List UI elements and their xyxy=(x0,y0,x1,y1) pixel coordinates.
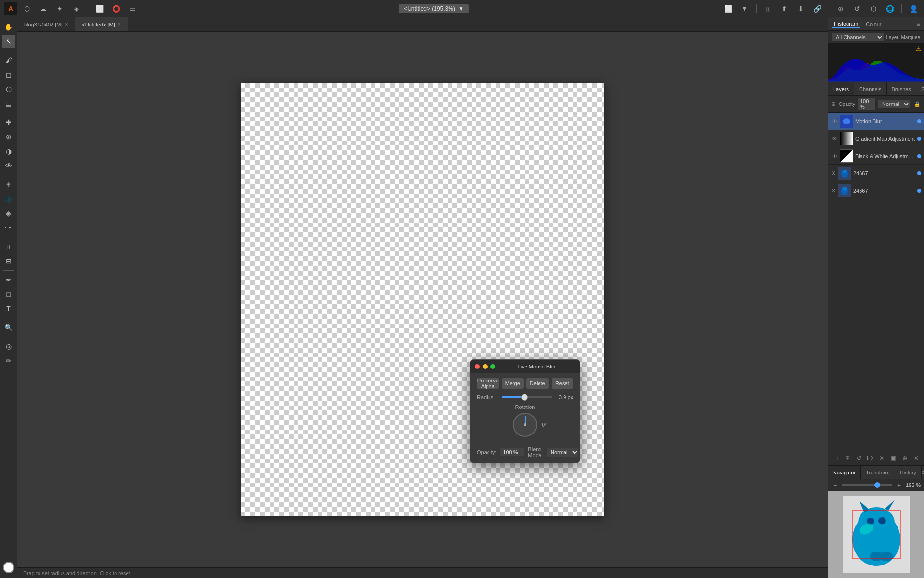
share-icon[interactable]: ⬡ xyxy=(867,2,880,15)
radius-slider[interactable] xyxy=(502,396,552,398)
layer-item-gradient-map[interactable]: 👁 Gradient Map Adjustment xyxy=(828,130,924,147)
view-mode-icon[interactable]: ⬜ xyxy=(721,2,735,15)
tab-history[interactable]: History xyxy=(895,466,922,479)
merge-button[interactable]: Merge xyxy=(502,378,524,389)
straighten-tool-btn[interactable]: ⊟ xyxy=(2,254,15,268)
menu-icon-1[interactable]: ⬡ xyxy=(20,2,34,15)
import-icon[interactable]: ⬇ xyxy=(794,2,808,15)
zoom-tool-btn[interactable]: 🔍 xyxy=(2,321,15,334)
fill-tool-btn[interactable]: ⬡ xyxy=(2,82,15,96)
add-adjustment-btn[interactable]: ⊞ xyxy=(843,453,852,463)
delete-button[interactable]: Delete xyxy=(526,378,549,389)
layer-item-24667-1[interactable]: ✕ 24667 xyxy=(828,165,924,182)
tab-channels[interactable]: Channels xyxy=(854,82,886,95)
publish-icon[interactable]: ⊞ xyxy=(761,2,775,15)
patch-tool-btn[interactable]: ◑ xyxy=(2,144,15,158)
menu-icon-2[interactable]: ☁ xyxy=(37,2,50,15)
select-rect-icon[interactable]: ⬜ xyxy=(93,2,106,15)
navigator-menu-icon[interactable]: ≡ xyxy=(922,469,924,476)
gradient-tool-btn[interactable]: ▦ xyxy=(2,97,15,110)
layer-item-motion-blur[interactable]: 👁 Motion Blur xyxy=(828,113,924,130)
dialog-opacity-input[interactable] xyxy=(500,448,524,456)
delete-layer-btn[interactable]: ✕ xyxy=(877,453,887,463)
browser-icon[interactable]: 🌐 xyxy=(883,2,897,15)
select-freehand-icon[interactable]: ▭ xyxy=(126,2,139,15)
menu-icon-4[interactable]: ◈ xyxy=(69,2,83,15)
tab-marquee-label[interactable]: Marquee xyxy=(901,35,920,40)
histogram-menu-icon[interactable]: ≡ xyxy=(917,21,920,27)
view-dropdown-icon[interactable]: ▼ xyxy=(738,2,751,15)
layer-item-24667-2[interactable]: ✕ 24667 xyxy=(828,182,924,199)
grid-btn[interactable]: ▣ xyxy=(888,453,898,463)
color-swatch-fg[interactable] xyxy=(3,562,14,573)
tab-colour[interactable]: Colour xyxy=(864,20,883,28)
tab-layers[interactable]: Layers xyxy=(828,82,854,95)
tab-transform[interactable]: Transform xyxy=(861,466,895,479)
fx-btn[interactable]: FX xyxy=(866,453,875,463)
zoom-slider[interactable] xyxy=(842,484,892,486)
crop-tool-btn[interactable]: ⌗ xyxy=(2,240,15,253)
sample-tool-btn[interactable]: ◎ xyxy=(2,340,15,353)
add-effect-btn[interactable]: ↺ xyxy=(854,453,864,463)
opacity-value[interactable]: 100 % xyxy=(858,98,875,110)
tab-untitled[interactable]: <Untitled> [M] × xyxy=(75,17,128,31)
hand-tool-btn[interactable]: ✋ xyxy=(2,20,15,34)
export-icon[interactable]: ⬆ xyxy=(778,2,791,15)
paintbrush-tool-btn[interactable]: 🖌 xyxy=(2,53,15,67)
layer-name-motion-blur: Motion Blur xyxy=(855,118,915,124)
dialog-minimize-dot[interactable] xyxy=(483,364,488,369)
burn-tool-btn[interactable]: 🌑 xyxy=(2,192,15,206)
select-tool-btn[interactable]: ↖ xyxy=(2,35,15,48)
clone-tool-btn[interactable]: ⊕ xyxy=(2,130,15,144)
svg-point-45 xyxy=(879,552,893,561)
layer-dot-24667-2 xyxy=(917,189,921,193)
tool-sep-3 xyxy=(3,175,14,175)
pen-tool-btn[interactable]: ✒ xyxy=(2,273,15,287)
sharpen-tool-btn[interactable]: ◈ xyxy=(2,207,15,220)
history-icon[interactable]: ↺ xyxy=(850,2,864,15)
layer-item-bw-adjustment[interactable]: 👁 Black & White Adjustment xyxy=(828,147,924,165)
new-layer-btn[interactable]: ⊕ xyxy=(900,453,910,463)
eraser-tool-btn[interactable]: ◻ xyxy=(2,68,15,81)
preserve-alpha-button[interactable]: Preserve Alpha xyxy=(477,378,499,389)
tab-layer-label[interactable]: Layer xyxy=(886,35,898,40)
title-dropdown[interactable]: <Untitled> (195.3%) ▼ xyxy=(399,4,469,13)
zoom-minus-btn[interactable]: − xyxy=(831,481,839,489)
add-pixel-btn[interactable]: □ xyxy=(831,453,841,463)
tab-blog01-close[interactable]: × xyxy=(65,22,68,27)
tab-brushes[interactable]: Brushes xyxy=(887,82,916,95)
link-icon[interactable]: 🔗 xyxy=(810,2,824,15)
tab-stock[interactable]: Stock xyxy=(916,82,924,95)
tab-navigator[interactable]: Navigator xyxy=(828,466,861,479)
menu-icon-3[interactable]: ✦ xyxy=(53,2,66,15)
tab-histogram[interactable]: Histogram xyxy=(832,20,860,28)
dodge-tool-btn[interactable]: ☀ xyxy=(2,178,15,191)
reset-button[interactable]: Reset xyxy=(552,378,574,389)
healing-tool-btn[interactable]: ✚ xyxy=(2,116,15,129)
canvas-viewport[interactable]: Live Motion Blur Preserve Alpha Merge De… xyxy=(17,32,828,567)
text-tool-btn[interactable]: T xyxy=(2,302,15,315)
user-icon[interactable]: 👤 xyxy=(907,2,920,15)
smudge-tool-btn[interactable]: 〰 xyxy=(2,221,15,235)
close-layer-btn[interactable]: ✕ xyxy=(911,453,921,463)
red-eye-tool-btn[interactable]: 👁 xyxy=(2,159,15,172)
lock-icon[interactable]: 🔒 xyxy=(913,100,922,108)
blend-mode-select[interactable]: Normal Multiply Screen Overlay xyxy=(878,100,910,108)
dialog-blend-select[interactable]: Normal Multiply Screen xyxy=(547,448,578,457)
channel-select[interactable]: All Channels xyxy=(832,33,884,41)
histogram-tab-bar: Histogram Colour ≡ xyxy=(828,17,924,31)
app-logo[interactable]: A xyxy=(4,2,17,15)
tab-untitled-close[interactable]: × xyxy=(118,22,121,27)
layer-vis-motion-blur[interactable]: 👁 xyxy=(831,118,838,125)
dialog-close-dot[interactable] xyxy=(475,364,480,369)
rotation-circle[interactable]: 0° xyxy=(513,413,537,437)
dialog-maximize-dot[interactable] xyxy=(490,364,495,369)
layer-vis-bw[interactable]: 👁 xyxy=(831,153,838,159)
select-ellipse-icon[interactable]: ⭕ xyxy=(109,2,123,15)
layer-vis-gradient-map[interactable]: 👁 xyxy=(831,135,838,142)
record-icon[interactable]: ⊕ xyxy=(834,2,847,15)
tab-blog01[interactable]: blog31-0402 [M] × xyxy=(17,17,75,31)
eyedropper-tool-btn[interactable]: ✏ xyxy=(2,354,15,368)
zoom-plus-btn[interactable]: + xyxy=(895,481,903,489)
shape-tool-btn[interactable]: □ xyxy=(2,288,15,301)
